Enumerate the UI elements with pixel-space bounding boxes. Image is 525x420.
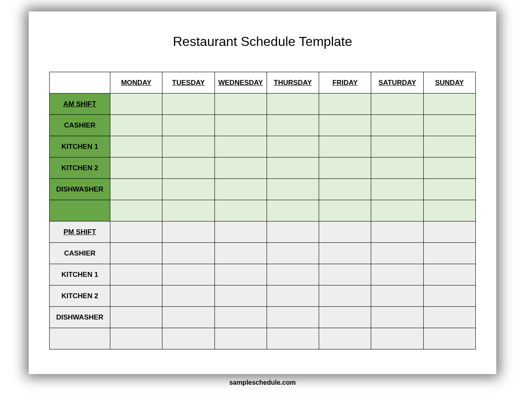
cell xyxy=(215,243,267,264)
cell xyxy=(162,285,215,307)
header-row: MONDAY TUESDAY WEDNESDAY THURSDAY FRIDAY… xyxy=(50,72,476,94)
cell xyxy=(162,264,215,285)
pm-shift-row: PM SHIFT xyxy=(50,221,476,243)
cell xyxy=(110,221,162,243)
cell xyxy=(319,243,371,264)
cell xyxy=(267,200,319,221)
cell xyxy=(423,158,475,179)
cell xyxy=(215,179,267,200)
cell xyxy=(371,221,423,243)
cell xyxy=(162,179,215,200)
cell xyxy=(319,94,371,115)
cell xyxy=(423,200,475,221)
cell xyxy=(371,285,423,307)
cell xyxy=(267,179,319,200)
pm-dishwasher-row: DISHWASHER xyxy=(50,307,476,328)
cell xyxy=(319,115,371,136)
cell xyxy=(215,221,267,243)
cell xyxy=(423,94,475,115)
footer-text: sampleschedule.com xyxy=(229,379,296,386)
cell xyxy=(423,285,475,307)
cell xyxy=(423,221,475,243)
cell xyxy=(371,136,423,158)
am-dishwasher-row: DISHWASHER xyxy=(50,179,476,200)
cell xyxy=(423,307,475,328)
role-label: CASHIER xyxy=(50,243,110,264)
cell xyxy=(267,158,319,179)
role-label xyxy=(50,200,110,221)
page-title: Restaurant Schedule Template xyxy=(49,34,476,49)
cell xyxy=(423,264,475,285)
cell xyxy=(423,179,475,200)
role-label: KITCHEN 2 xyxy=(50,158,110,179)
cell xyxy=(267,264,319,285)
am-shift-label: AM SHIFT xyxy=(50,94,110,115)
cell xyxy=(215,158,267,179)
cell xyxy=(215,264,267,285)
role-label: KITCHEN 1 xyxy=(50,264,110,285)
am-kitchen2-row: KITCHEN 2 xyxy=(50,158,476,179)
schedule-table: MONDAY TUESDAY WEDNESDAY THURSDAY FRIDAY… xyxy=(49,72,476,349)
pm-shift-label: PM SHIFT xyxy=(50,221,110,243)
cell xyxy=(215,94,267,115)
cell xyxy=(267,285,319,307)
cell xyxy=(162,115,215,136)
cell xyxy=(319,136,371,158)
cell xyxy=(371,179,423,200)
pm-kitchen2-row: KITCHEN 2 xyxy=(50,285,476,307)
cell xyxy=(319,158,371,179)
cell xyxy=(371,94,423,115)
cell xyxy=(162,200,215,221)
cell xyxy=(162,136,215,158)
cell xyxy=(423,328,475,349)
am-cashier-row: CASHIER xyxy=(50,115,476,136)
role-label: KITCHEN 2 xyxy=(50,285,110,307)
role-label xyxy=(50,328,110,349)
cell xyxy=(162,221,215,243)
cell xyxy=(423,115,475,136)
am-blank-row xyxy=(50,200,476,221)
cell xyxy=(371,158,423,179)
cell xyxy=(371,328,423,349)
cell xyxy=(215,136,267,158)
role-label: DISHWASHER xyxy=(50,179,110,200)
cell xyxy=(267,328,319,349)
cell xyxy=(162,307,215,328)
cell xyxy=(110,264,162,285)
cell xyxy=(319,200,371,221)
cell xyxy=(267,243,319,264)
role-label: KITCHEN 1 xyxy=(50,136,110,158)
cell xyxy=(267,94,319,115)
cell xyxy=(110,115,162,136)
cell xyxy=(110,200,162,221)
cell xyxy=(215,307,267,328)
pm-blank-row xyxy=(50,328,476,349)
cell xyxy=(215,115,267,136)
header-wednesday: WEDNESDAY xyxy=(215,72,267,94)
cell xyxy=(110,243,162,264)
header-friday: FRIDAY xyxy=(319,72,371,94)
cell xyxy=(110,285,162,307)
cell xyxy=(267,307,319,328)
cell xyxy=(371,200,423,221)
cell xyxy=(423,136,475,158)
cell xyxy=(215,200,267,221)
cell xyxy=(110,136,162,158)
am-kitchen1-row: KITCHEN 1 xyxy=(50,136,476,158)
cell xyxy=(110,158,162,179)
cell xyxy=(215,328,267,349)
cell xyxy=(267,136,319,158)
cell xyxy=(371,307,423,328)
cell xyxy=(110,179,162,200)
header-blank xyxy=(50,72,110,94)
cell xyxy=(423,243,475,264)
cell xyxy=(162,158,215,179)
header-saturday: SATURDAY xyxy=(371,72,423,94)
header-thursday: THURSDAY xyxy=(267,72,319,94)
role-label: DISHWASHER xyxy=(50,307,110,328)
header-monday: MONDAY xyxy=(110,72,162,94)
cell xyxy=(162,328,215,349)
header-tuesday: TUESDAY xyxy=(162,72,215,94)
cell xyxy=(267,115,319,136)
cell xyxy=(319,264,371,285)
